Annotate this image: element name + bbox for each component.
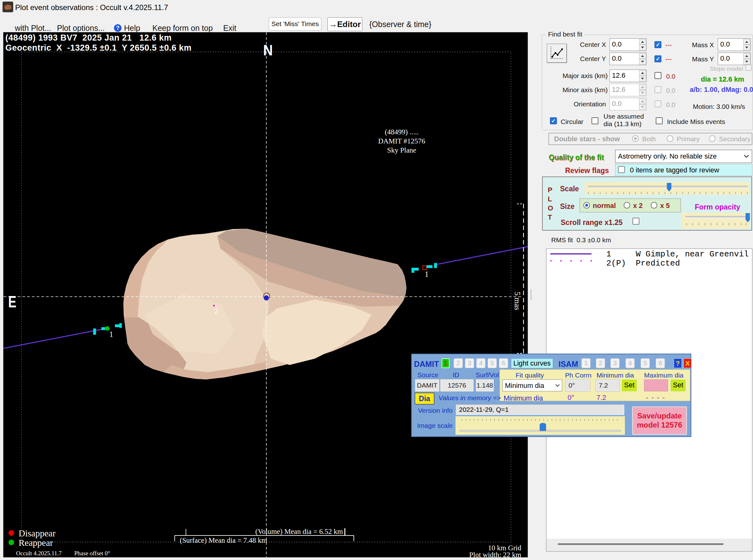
svg-text:1: 1 [109, 330, 113, 339]
svg-text:1: 1 [425, 270, 429, 278]
